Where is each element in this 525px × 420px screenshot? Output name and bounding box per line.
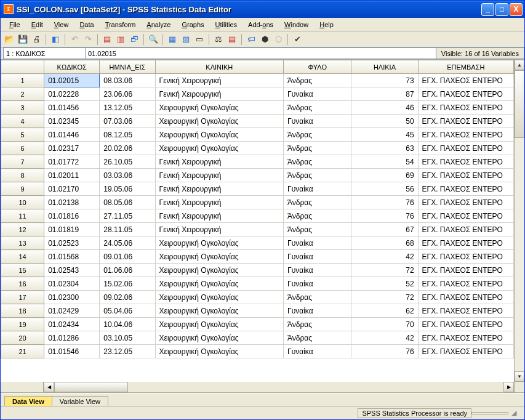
- undo-icon[interactable]: ↶: [68, 33, 81, 46]
- maximize-button[interactable]: □: [495, 3, 508, 16]
- data-cell[interactable]: Άνδρας: [284, 155, 351, 169]
- resize-grip-icon[interactable]: ◢: [508, 408, 519, 419]
- data-cell[interactable]: Γυναίκα: [284, 87, 351, 101]
- menu-window[interactable]: Window: [279, 20, 313, 30]
- data-cell[interactable]: 73: [351, 74, 418, 87]
- data-cell[interactable]: Γυναίκα: [284, 264, 351, 277]
- data-cell[interactable]: ΕΓΧ. ΠΑΧΕΟΣ ΕΝΤΕΡΟ: [418, 345, 513, 358]
- data-cell[interactable]: 63: [351, 142, 418, 155]
- row-header[interactable]: 5: [1, 128, 44, 142]
- horizontal-scrollbar[interactable]: ◀ ▶: [1, 382, 524, 392]
- data-cell[interactable]: Χειρουργική Ογκολογίας: [155, 115, 284, 128]
- scroll-right-icon[interactable]: ▶: [503, 382, 514, 392]
- data-cell[interactable]: 87: [351, 87, 418, 101]
- data-cell[interactable]: Γενική Χειρουργική: [155, 74, 284, 87]
- hscroll-track[interactable]: [54, 382, 503, 392]
- vscroll-thumb[interactable]: [515, 70, 524, 138]
- find-icon[interactable]: 🔍: [147, 33, 159, 46]
- data-cell[interactable]: 03.03.06: [100, 169, 155, 182]
- data-cell[interactable]: Χειρουργική Ογκολογίας: [155, 142, 284, 155]
- data-sheet[interactable]: ΚΩΔΙΚΟΣ ΗΜΝΙΑ_ΕΙΣ ΚΛΙΝΙΚΗ ΦΥΛΟ ΗΛΙΚΙΑ ΕΠ…: [1, 60, 514, 382]
- data-cell[interactable]: Γενική Χειρουργική: [155, 182, 284, 196]
- data-cell[interactable]: 01.01816: [44, 209, 100, 223]
- data-cell[interactable]: Άνδρας: [284, 74, 351, 87]
- data-cell[interactable]: Γυναίκα: [284, 236, 351, 250]
- data-cell[interactable]: ΕΓΧ. ΠΑΧΕΟΣ ΕΝΤΕΡΟ: [418, 142, 513, 155]
- data-cell[interactable]: Χειρουργική Ογκολογίας: [155, 250, 284, 264]
- data-cell[interactable]: 24.05.06: [100, 236, 155, 250]
- data-cell[interactable]: 01.02523: [44, 236, 100, 250]
- data-cell[interactable]: Γενική Χειρουργική: [155, 223, 284, 236]
- data-cell[interactable]: 01.01446: [44, 128, 100, 142]
- col-header[interactable]: ΗΜΝΙΑ_ΕΙΣ: [100, 60, 155, 74]
- goto-case-icon[interactable]: ▤: [101, 33, 113, 46]
- dialog-recall-icon[interactable]: ◧: [49, 33, 62, 46]
- menu-addons[interactable]: Add-ons: [243, 20, 278, 30]
- row-header[interactable]: 15: [1, 264, 44, 277]
- show-all-icon[interactable]: ⬡: [272, 33, 284, 46]
- scroll-up-icon[interactable]: ▲: [515, 60, 524, 70]
- data-cell[interactable]: ΕΓΧ. ΠΑΧΕΟΣ ΕΝΤΕΡΟ: [418, 115, 513, 128]
- tab-variable-view[interactable]: Variable View: [52, 396, 108, 406]
- data-cell[interactable]: ΕΓΧ. ΠΑΧΕΟΣ ΕΝΤΕΡΟ: [418, 223, 513, 236]
- data-cell[interactable]: 70: [351, 318, 418, 331]
- data-cell[interactable]: 01.02015: [44, 74, 100, 87]
- row-header[interactable]: 8: [1, 169, 44, 182]
- row-header[interactable]: 21: [1, 345, 44, 358]
- data-cell[interactable]: 01.02345: [44, 115, 100, 128]
- data-cell[interactable]: 27.11.05: [100, 209, 155, 223]
- data-cell[interactable]: ΕΓΧ. ΠΑΧΕΟΣ ΕΝΤΕΡΟ: [418, 209, 513, 223]
- data-cell[interactable]: 72: [351, 264, 418, 277]
- title-bar[interactable]: Σ SSI_COLON.sav [DataSet2] - SPSS Statis…: [1, 1, 524, 18]
- data-cell[interactable]: 05.04.06: [100, 304, 155, 318]
- data-cell[interactable]: Άνδρας: [284, 142, 351, 155]
- row-header[interactable]: 7: [1, 155, 44, 169]
- data-cell[interactable]: Γυναίκα: [284, 250, 351, 264]
- data-cell[interactable]: 76: [351, 209, 418, 223]
- menu-utilities[interactable]: Utilities: [210, 20, 242, 30]
- data-cell[interactable]: 08.12.05: [100, 128, 155, 142]
- print-icon[interactable]: 🖨: [30, 33, 42, 46]
- row-header[interactable]: 13: [1, 236, 44, 250]
- row-header[interactable]: 1: [1, 74, 44, 87]
- data-cell[interactable]: Χειρουργική Ογκολογίας: [155, 264, 284, 277]
- menu-analyze[interactable]: Analyze: [142, 20, 175, 30]
- data-cell[interactable]: 26.10.05: [100, 155, 155, 169]
- data-cell[interactable]: 10.04.06: [100, 318, 155, 331]
- data-cell[interactable]: 08.05.06: [100, 196, 155, 209]
- row-header[interactable]: 2: [1, 87, 44, 101]
- row-header[interactable]: 4: [1, 115, 44, 128]
- col-header[interactable]: ΕΠΕΜΒΑΣΗ: [418, 60, 513, 74]
- data-cell[interactable]: Χειρουργική Ογκολογίας: [155, 331, 284, 345]
- data-cell[interactable]: Χειρουργική Ογκολογίας: [155, 345, 284, 358]
- data-cell[interactable]: Γενική Χειρουργική: [155, 169, 284, 182]
- data-cell[interactable]: Γυναίκα: [284, 345, 351, 358]
- data-cell[interactable]: ΕΓΧ. ΠΑΧΕΟΣ ΕΝΤΕΡΟ: [418, 87, 513, 101]
- data-cell[interactable]: 46: [351, 101, 418, 115]
- data-cell[interactable]: Γυναίκα: [284, 182, 351, 196]
- row-header[interactable]: 18: [1, 304, 44, 318]
- data-cell[interactable]: ΕΓΧ. ΠΑΧΕΟΣ ΕΝΤΕΡΟ: [418, 318, 513, 331]
- row-header[interactable]: 6: [1, 142, 44, 155]
- minimize-button[interactable]: _: [481, 3, 494, 16]
- row-header[interactable]: 14: [1, 250, 44, 264]
- close-button[interactable]: X: [510, 3, 523, 16]
- data-cell[interactable]: ΕΓΧ. ΠΑΧΕΟΣ ΕΝΤΕΡΟ: [418, 74, 513, 87]
- insert-variable-icon[interactable]: ▧: [180, 33, 192, 46]
- data-cell[interactable]: 50: [351, 115, 418, 128]
- col-header[interactable]: ΚΛΙΝΙΚΗ: [155, 60, 284, 74]
- data-cell[interactable]: 23.06.06: [100, 87, 155, 101]
- data-cell[interactable]: ΕΓΧ. ΠΑΧΕΟΣ ΕΝΤΕΡΟ: [418, 277, 513, 291]
- menu-transform[interactable]: Transform: [100, 20, 141, 30]
- data-cell[interactable]: 45: [351, 128, 418, 142]
- data-cell[interactable]: 09.02.06: [100, 291, 155, 304]
- menu-graphs[interactable]: Graphs: [177, 20, 209, 30]
- data-cell[interactable]: 01.02317: [44, 142, 100, 155]
- data-cell[interactable]: Άνδρας: [284, 331, 351, 345]
- data-cell[interactable]: ΕΓΧ. ΠΑΧΕΟΣ ΕΝΤΕΡΟ: [418, 250, 513, 264]
- data-cell[interactable]: 23.12.05: [100, 345, 155, 358]
- data-cell[interactable]: Χειρουργική Ογκολογίας: [155, 277, 284, 291]
- row-header[interactable]: 19: [1, 318, 44, 331]
- data-cell[interactable]: 19.05.06: [100, 182, 155, 196]
- menu-edit[interactable]: Edit: [26, 20, 48, 30]
